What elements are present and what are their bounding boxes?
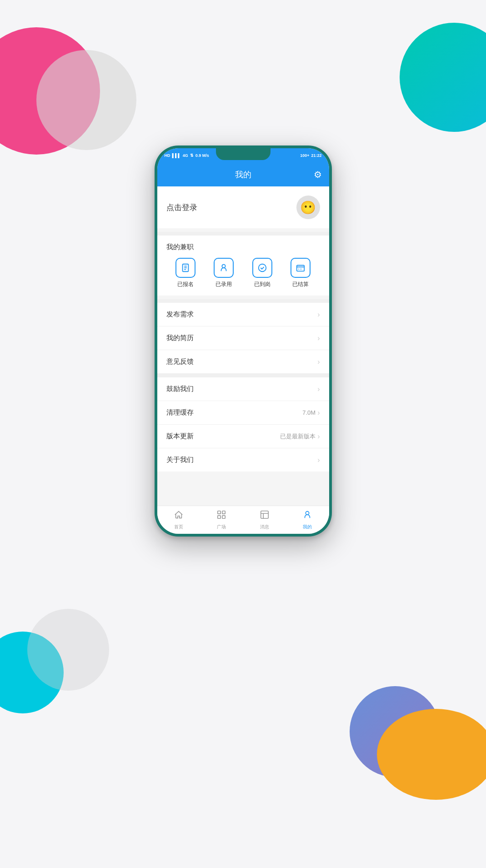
svg-point-14	[306, 512, 309, 515]
time-text: 21:22	[311, 153, 321, 158]
parttime-item-hired[interactable]: 已录用	[214, 258, 234, 288]
svg-rect-11	[261, 511, 269, 519]
menu-item-encourage-right: ›	[317, 385, 320, 393]
chevron-icon: ›	[317, 409, 320, 417]
square-label: 广场	[217, 524, 226, 530]
menu-item-my-resume-label: 我的简历	[166, 334, 194, 342]
menu-item-publish-demand[interactable]: 发布需求 ›	[157, 303, 329, 326]
menu-list: 发布需求 › 我的简历 › 意见反馈 ›	[157, 303, 329, 472]
divider-1	[157, 232, 329, 236]
battery-text: 100+	[300, 153, 309, 158]
parttime-item-registered[interactable]: 已报名	[175, 258, 195, 288]
menu-item-publish-demand-right: ›	[317, 311, 320, 319]
svg-rect-8	[222, 511, 225, 514]
page-title: 我的	[235, 169, 251, 180]
menu-item-my-resume-right: ›	[317, 334, 320, 342]
notch	[216, 148, 271, 160]
chevron-icon: ›	[317, 432, 320, 441]
version-status-text: 已是最新版本	[280, 432, 316, 441]
status-bar: HD ▌▌▌ 4G ⇅ 0.9 M/s 100+ 21:22	[157, 148, 329, 163]
registered-icon	[175, 258, 195, 278]
chevron-icon: ›	[317, 358, 320, 366]
network-type: 4G	[183, 153, 188, 158]
arrived-label: 已到岗	[254, 281, 271, 288]
settled-label: 已结算	[292, 281, 309, 288]
cache-size-text: 7.0M	[302, 409, 316, 416]
pink-decorative-circle	[0, 27, 100, 155]
parttime-title: 我的兼职	[166, 243, 320, 251]
login-text: 点击登录	[166, 202, 197, 213]
svg-point-4	[222, 265, 225, 268]
menu-item-version-update-label: 版本更新	[166, 432, 194, 441]
home-label: 首页	[174, 524, 183, 530]
phone-frame: HD ▌▌▌ 4G ⇅ 0.9 M/s 100+ 21:22 我的 ⚙	[155, 146, 332, 537]
phone-screen: HD ▌▌▌ 4G ⇅ 0.9 M/s 100+ 21:22 我的 ⚙	[157, 148, 329, 534]
parttime-section: 我的兼职 已报名	[157, 236, 329, 296]
status-right: 100+ 21:22	[300, 153, 321, 158]
mine-icon	[302, 510, 312, 522]
menu-item-version-update[interactable]: 版本更新 已是最新版本 ›	[157, 425, 329, 448]
svg-rect-6	[297, 266, 305, 271]
menu-item-publish-demand-label: 发布需求	[166, 310, 194, 319]
messages-label: 消息	[260, 524, 269, 530]
menu-item-feedback[interactable]: 意见反馈 ›	[157, 350, 329, 374]
teal-top-circle	[400, 23, 486, 132]
parttime-icons-row: 已报名 已录用	[166, 258, 320, 288]
speed-text: 0.9 M/s	[195, 153, 209, 158]
svg-rect-10	[222, 516, 225, 518]
nav-item-mine[interactable]: 我的	[286, 510, 329, 530]
menu-item-feedback-right: ›	[317, 358, 320, 366]
menu-item-about-us-label: 关于我们	[166, 456, 194, 464]
avatar: 😶	[296, 196, 320, 219]
content-area: 点击登录 😶 我的兼职	[157, 186, 329, 506]
parttime-item-settled[interactable]: 已结算	[291, 258, 311, 288]
svg-rect-9	[218, 516, 220, 518]
divider-2	[157, 299, 329, 303]
gear-icon[interactable]: ⚙	[314, 169, 322, 180]
blue-bottom-circle	[350, 686, 441, 777]
svg-rect-7	[218, 511, 220, 514]
divider-3	[157, 374, 329, 377]
menu-item-my-resume[interactable]: 我的简历 ›	[157, 326, 329, 350]
nav-item-home[interactable]: 首页	[157, 510, 200, 530]
menu-item-encourage-label: 鼓励我们	[166, 385, 194, 393]
orange-bottom-circle	[377, 709, 486, 800]
wifi-icon: ⇅	[190, 153, 194, 158]
registered-label: 已报名	[177, 281, 194, 288]
settled-icon	[291, 258, 311, 278]
chevron-icon: ›	[317, 456, 320, 464]
nav-item-square[interactable]: 广场	[200, 510, 243, 530]
phone-mockup: HD ▌▌▌ 4G ⇅ 0.9 M/s 100+ 21:22 我的 ⚙	[155, 146, 332, 537]
app-header: 我的 ⚙	[157, 163, 329, 186]
menu-item-encourage[interactable]: 鼓励我们 ›	[157, 377, 329, 401]
bottom-nav: 首页 广场	[157, 506, 329, 534]
menu-item-version-update-right: 已是最新版本 ›	[280, 432, 320, 441]
login-section[interactable]: 点击登录 😶	[157, 186, 329, 228]
cyan-left-circle	[0, 632, 64, 713]
hired-label: 已录用	[215, 281, 232, 288]
gray-bottom-circle	[27, 609, 109, 691]
chevron-icon: ›	[317, 311, 320, 319]
menu-item-about-us[interactable]: 关于我们 ›	[157, 448, 329, 472]
menu-item-about-us-right: ›	[317, 456, 320, 464]
signal-strength: ▌▌▌	[172, 153, 181, 158]
mine-label: 我的	[303, 524, 312, 530]
svg-point-5	[259, 264, 266, 272]
home-icon	[174, 510, 184, 522]
gray-top-circle	[36, 50, 136, 150]
chevron-icon: ›	[317, 385, 320, 393]
messages-icon	[260, 510, 270, 522]
chevron-icon: ›	[317, 334, 320, 342]
parttime-item-arrived[interactable]: 已到岗	[252, 258, 272, 288]
square-icon	[216, 510, 226, 522]
menu-item-clear-cache[interactable]: 清理缓存 7.0M ›	[157, 401, 329, 425]
hired-icon	[214, 258, 234, 278]
arrived-icon	[252, 258, 272, 278]
nav-item-messages[interactable]: 消息	[243, 510, 286, 530]
menu-item-feedback-label: 意见反馈	[166, 357, 194, 366]
menu-item-clear-cache-label: 清理缓存	[166, 408, 194, 417]
menu-item-clear-cache-right: 7.0M ›	[302, 409, 320, 417]
carrier-text: HD	[165, 153, 170, 158]
avatar-icon: 😶	[300, 200, 316, 215]
status-left: HD ▌▌▌ 4G ⇅ 0.9 M/s	[165, 153, 209, 158]
